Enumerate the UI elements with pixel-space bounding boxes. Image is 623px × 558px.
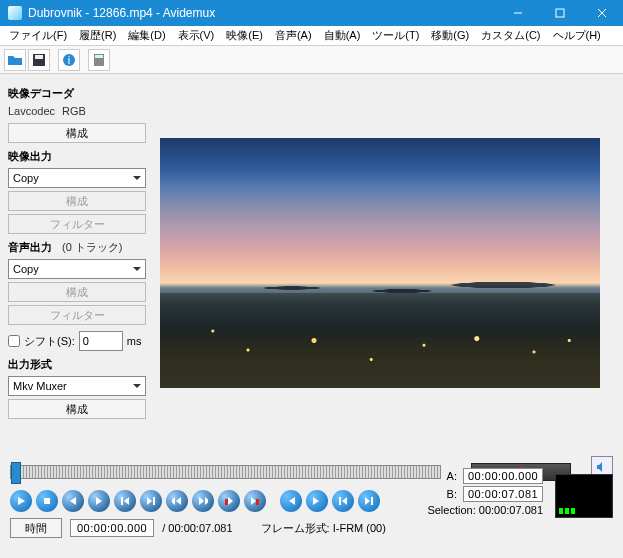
shift-unit: ms [127,335,142,347]
save-icon[interactable] [28,49,50,71]
video-config-button[interactable]: 構成 [8,191,146,211]
menu-help[interactable]: ヘルプ(H) [548,26,606,45]
prev-black-button[interactable] [166,490,188,512]
b-label: B: [447,488,457,500]
svg-rect-12 [256,499,259,505]
b-timecode: 00:00:07.081 [463,486,543,502]
svg-text:i: i [68,54,70,66]
shift-label: シフト(S): [24,334,75,349]
a-timecode: 00:00:00.000 [463,468,543,484]
audio-output-title: 音声出力(0 トラック) [8,240,152,255]
app-icon [8,6,22,20]
video-filters-button[interactable]: フィルター [8,214,146,234]
svg-rect-13 [339,497,341,505]
decoder-config-button[interactable]: 構成 [8,123,146,143]
menu-history[interactable]: 履歴(R) [74,26,121,45]
toolbar: i [0,46,623,74]
total-time: / 00:00:07.081 [162,522,232,534]
menu-video[interactable]: 映像(E) [221,26,268,45]
set-a-button[interactable] [218,490,240,512]
svg-rect-14 [371,497,373,505]
maximize-button[interactable] [539,0,581,26]
output-format-select[interactable]: Mkv Muxer [8,376,146,396]
decoder-info: LavcodecRGB [8,105,152,117]
calculator-icon[interactable] [88,49,110,71]
goto-start-button[interactable] [332,490,354,512]
goto-b-button[interactable] [306,490,328,512]
menu-tools[interactable]: ツール(T) [367,26,424,45]
info-icon[interactable]: i [58,49,80,71]
ab-panel: A:00:00:00.000 B:00:00:07.081 Selection:… [427,466,543,516]
bottom-panel: A:00:00:00.000 B:00:00:07.081 Selection:… [0,444,623,538]
close-button[interactable] [581,0,623,26]
menu-view[interactable]: 表示(V) [173,26,220,45]
audio-output-select[interactable]: Copy [8,259,146,279]
menubar: ファイル(F) 履歴(R) 編集(D) 表示(V) 映像(E) 音声(A) 自動… [0,26,623,46]
selection-text: Selection: 00:00:07.081 [427,504,543,516]
current-time[interactable]: 00:00:00.000 [70,519,154,537]
prev-frame-button[interactable] [62,490,84,512]
set-b-button[interactable] [244,490,266,512]
svg-rect-11 [225,499,228,505]
timeline-handle[interactable] [11,462,21,484]
menu-file[interactable]: ファイル(F) [4,26,72,45]
sidebar: 映像デコーダ LavcodecRGB 構成 映像出力 Copy 構成 フィルター… [0,74,160,444]
titlebar: Dubrovnik - 12866.mp4 - Avidemux [0,0,623,26]
goto-end-button[interactable] [358,490,380,512]
prev-keyframe-button[interactable] [114,490,136,512]
menu-edit[interactable]: 編集(D) [123,26,170,45]
frame-type: フレーム形式: I-FRM (00) [261,521,386,536]
audio-filters-button[interactable]: フィルター [8,305,146,325]
window-title: Dubrovnik - 12866.mp4 - Avidemux [28,6,497,20]
next-keyframe-button[interactable] [140,490,162,512]
thumbnail-preview [555,474,613,518]
menu-auto[interactable]: 自動(A) [319,26,366,45]
time-button[interactable]: 時間 [10,518,62,538]
output-config-button[interactable]: 構成 [8,399,146,419]
audio-config-button[interactable]: 構成 [8,282,146,302]
minimize-button[interactable] [497,0,539,26]
shift-checkbox[interactable] [8,335,20,347]
shift-spinner[interactable]: 0 [79,331,123,351]
video-preview [160,138,600,388]
video-output-select[interactable]: Copy [8,168,146,188]
svg-rect-1 [556,9,564,17]
stop-button[interactable] [36,490,58,512]
next-frame-button[interactable] [88,490,110,512]
decoder-title: 映像デコーダ [8,86,152,101]
goto-a-button[interactable] [280,490,302,512]
output-format-title: 出力形式 [8,357,152,372]
svg-rect-5 [35,55,43,59]
play-button[interactable] [10,490,32,512]
open-icon[interactable] [4,49,26,71]
video-output-title: 映像出力 [8,149,152,164]
svg-rect-9 [95,55,103,58]
menu-go[interactable]: 移動(G) [426,26,474,45]
status-bar: 時間 00:00:00.000 / 00:00:07.081 フレーム形式: I… [10,518,613,538]
svg-rect-10 [44,498,50,504]
menu-audio[interactable]: 音声(A) [270,26,317,45]
next-black-button[interactable] [192,490,214,512]
a-label: A: [447,470,457,482]
menu-custom[interactable]: カスタム(C) [476,26,545,45]
timeline-track[interactable] [10,465,441,479]
preview-area [160,74,623,444]
audio-shift-row: シフト(S): 0 ms [8,331,152,351]
